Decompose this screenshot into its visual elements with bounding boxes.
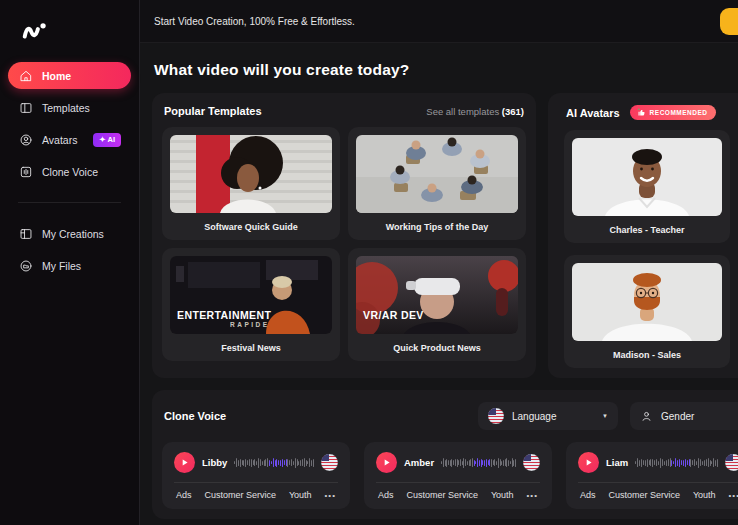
voice-tag[interactable]: Ads — [378, 490, 394, 500]
sidebar: Home Templates Avatars ✦ AI — [0, 0, 140, 525]
play-button[interactable] — [174, 452, 195, 473]
waveform — [441, 456, 516, 470]
clone-voice-panel: Clone Voice Language ▼ Gender — [152, 390, 738, 519]
cta-button[interactable] — [720, 8, 738, 35]
voice-name: Liam — [606, 457, 628, 468]
language-dropdown-label: Language — [512, 411, 557, 422]
gender-dropdown-label: Gender — [661, 411, 694, 422]
us-flag-icon — [321, 454, 338, 471]
main-area: Start Video Creation, 100% Free & Effort… — [140, 0, 738, 525]
sidebar-divider — [18, 202, 121, 203]
avatar-image — [572, 138, 722, 216]
voice-tags: Ads Customer Service Youth ••• — [376, 490, 540, 502]
sidebar-item-templates[interactable]: Templates — [8, 94, 131, 121]
us-flag-icon — [488, 408, 504, 424]
avatar-caption: Charles - Teacher — [572, 216, 722, 238]
template-caption: Quick Product News — [356, 334, 518, 356]
more-tags-button[interactable]: ••• — [325, 491, 336, 500]
ai-avatars-panel: AI Avatars RECOMMENDED — [548, 93, 738, 378]
divider — [174, 482, 338, 483]
voice-tag[interactable]: Customer Service — [204, 490, 276, 500]
recommended-badge-label: RECOMMENDED — [650, 109, 708, 116]
waveform — [635, 456, 718, 470]
app-window: Home Templates Avatars ✦ AI — [0, 0, 738, 525]
voice-tag[interactable]: Youth — [491, 490, 514, 500]
my-creations-icon — [18, 226, 33, 241]
template-card[interactable]: VR/AR DEV Quick Product News — [348, 248, 526, 361]
my-files-icon — [18, 258, 33, 273]
sidebar-item-my-files[interactable]: My Files — [8, 252, 131, 279]
templates-count: (361) — [502, 106, 524, 117]
ai-badge: ✦ AI — [93, 133, 121, 147]
topbar: Start Video Creation, 100% Free & Effort… — [140, 0, 738, 43]
thumb-overlay-subtext: RAPIDE — [230, 321, 270, 328]
see-all-templates-link[interactable]: See all templates (361) — [426, 106, 524, 117]
top-row: Popular Templates See all templates (361… — [152, 93, 738, 378]
voice-tags: Ads Customer Service Youth ••• — [578, 490, 738, 502]
template-card[interactable]: ENTERTAINMENT RAPIDE Festival News — [162, 248, 340, 361]
voice-tag[interactable]: Customer Service — [608, 490, 680, 500]
popular-templates-title: Popular Templates — [164, 105, 262, 117]
voice-name: Amber — [404, 457, 434, 468]
clone-voice-icon — [18, 164, 33, 179]
more-tags-button[interactable]: ••• — [729, 491, 738, 500]
sidebar-menu: Home Templates Avatars ✦ AI — [0, 62, 139, 279]
play-button[interactable] — [578, 452, 599, 473]
voice-card-top: Libby — [174, 452, 338, 473]
template-thumb-image — [170, 135, 332, 213]
sidebar-item-avatars[interactable]: Avatars ✦ AI — [8, 126, 131, 153]
sidebar-item-label: My Creations — [42, 228, 104, 240]
sidebar-item-my-creations[interactable]: My Creations — [8, 220, 131, 247]
recommended-badge: RECOMMENDED — [630, 105, 717, 120]
avatars-list: Charles - Teacher — [564, 130, 730, 368]
sparkle-icon: ✦ — [99, 135, 105, 144]
home-icon — [18, 68, 33, 83]
voice-card-top: Amber — [376, 452, 540, 473]
sidebar-item-label: Templates — [42, 102, 90, 114]
thumbs-up-icon — [637, 108, 646, 117]
template-caption: Festival News — [170, 334, 332, 356]
app-logo-icon — [0, 12, 139, 62]
template-card[interactable]: Software Quick Guide — [162, 127, 340, 240]
us-flag-icon — [725, 454, 738, 471]
ai-badge-label: AI — [108, 135, 116, 144]
sidebar-item-clone-voice[interactable]: Clone Voice — [8, 158, 131, 185]
divider — [578, 482, 738, 483]
play-button[interactable] — [376, 452, 397, 473]
gender-dropdown[interactable]: Gender — [630, 402, 738, 430]
voice-card: Libby Ads Customer Service Youth ••• — [162, 442, 350, 509]
ai-avatars-title: AI Avatars — [566, 107, 620, 119]
voice-tag[interactable]: Ads — [176, 490, 192, 500]
more-tags-button[interactable]: ••• — [527, 491, 538, 500]
templates-grid: Software Quick Guide — [162, 127, 526, 361]
clone-voice-header: Clone Voice Language ▼ Gender — [162, 402, 738, 430]
avatars-icon — [18, 132, 33, 147]
voice-tag[interactable]: Customer Service — [406, 490, 478, 500]
voice-tag[interactable]: Ads — [580, 490, 596, 500]
language-dropdown[interactable]: Language ▼ — [478, 402, 618, 430]
us-flag-icon — [523, 454, 540, 471]
clone-voice-title: Clone Voice — [164, 410, 226, 422]
template-caption: Working Tips of the Day — [356, 213, 518, 235]
template-caption: Software Quick Guide — [170, 213, 332, 235]
voice-tag[interactable]: Youth — [289, 490, 312, 500]
thumb-overlay-text: VR/AR DEV — [363, 309, 424, 321]
sidebar-item-home[interactable]: Home — [8, 62, 131, 89]
chevron-down-icon: ▼ — [602, 413, 608, 419]
tagline-text: Start Video Creation, 100% Free & Effort… — [154, 16, 355, 27]
template-card[interactable]: Working Tips of the Day — [348, 127, 526, 240]
avatar-card[interactable]: Madison - Sales — [564, 255, 730, 368]
sidebar-item-label: Home — [42, 70, 71, 82]
thumb-overlay-text: ENTERTAINMENT — [177, 309, 271, 321]
template-thumb-image: ENTERTAINMENT RAPIDE — [170, 256, 332, 334]
template-thumb-image: VR/AR DEV — [356, 256, 518, 334]
voice-cards-row: Libby Ads Customer Service Youth ••• — [162, 442, 738, 509]
avatar-card[interactable]: Charles - Teacher — [564, 130, 730, 243]
popular-templates-header: Popular Templates See all templates (361… — [162, 105, 526, 117]
template-thumb-image — [356, 135, 518, 213]
sidebar-item-label: Clone Voice — [42, 166, 98, 178]
voice-tag[interactable]: Youth — [693, 490, 716, 500]
waveform — [234, 456, 314, 470]
voice-card: Amber Ads Customer Service Youth ••• — [364, 442, 552, 509]
content: What video will you create today? Popula… — [140, 43, 738, 525]
